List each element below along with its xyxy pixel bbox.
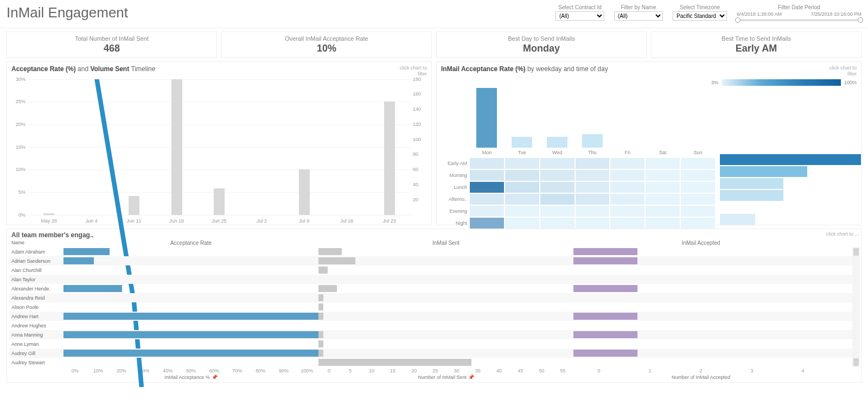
heatmap-cell[interactable] [646,206,680,217]
accepted-bar[interactable] [573,350,637,357]
time-bar[interactable] [720,178,783,189]
table-row[interactable]: Alexander Hende. [9,284,859,293]
sent-bar[interactable] [318,313,323,320]
accepted-bar[interactable] [573,248,637,255]
table-row[interactable]: Adrian Sanderson [9,256,859,265]
table-row[interactable]: Audrey Gill [9,349,859,358]
heatmap-cell[interactable] [646,218,680,229]
date-range-slider[interactable] [737,19,861,21]
heatmap-cell[interactable] [681,206,715,217]
day-bar[interactable] [512,137,532,148]
heatmap-cell[interactable] [610,218,644,229]
table-row[interactable]: Andrew Hughes [9,321,859,330]
accepted-bar[interactable] [573,285,637,292]
heatmap-cell[interactable] [470,182,504,193]
heatmap-cell[interactable] [470,170,504,181]
table-row[interactable]: Alan Taylor [9,275,859,284]
table-row[interactable]: Alan Churchill [9,265,859,275]
sent-bar[interactable] [318,285,337,292]
table-row[interactable]: Anna Manning [9,330,859,339]
heatmap-cell[interactable] [576,194,610,205]
time-bar[interactable] [720,166,807,177]
time-bar[interactable] [720,190,783,201]
day-bar[interactable] [582,134,603,147]
filter-name-select[interactable]: (All) [614,11,663,21]
heatmap-cell[interactable] [470,218,504,229]
heatmap-cell[interactable] [470,194,504,205]
heatmap-cell[interactable] [681,218,715,229]
acc-bar[interactable] [63,313,318,320]
sent-bar[interactable] [318,303,323,311]
day-label: Fri [625,150,631,155]
day-bar[interactable] [547,137,567,148]
heatmap-cell[interactable] [540,170,575,181]
acc-bar[interactable] [63,350,318,357]
heatmap-cell[interactable] [576,158,610,169]
heatmap-cell[interactable] [610,206,644,217]
heatmap-cell[interactable] [540,158,575,169]
table-row[interactable]: Anne Lyman [9,339,859,349]
acc-bar[interactable] [63,248,110,255]
sent-bar[interactable] [318,340,323,347]
heatmap-cell[interactable] [470,206,504,217]
accepted-bar[interactable] [573,331,637,338]
kpi-card: Overall InMail Acceptance Rate 10% [221,31,432,58]
heatmap-cell[interactable] [646,170,680,181]
heatmap-cell[interactable] [681,182,715,193]
table-row[interactable]: Adam Abraham [9,247,859,256]
heatmap-cell[interactable] [681,170,715,181]
heatmap-cell[interactable] [646,194,680,205]
heatmap-cell[interactable] [540,194,575,205]
heatmap-cell[interactable] [540,182,575,193]
scroll-down-icon[interactable] [853,358,859,366]
sent-bar[interactable] [318,331,323,338]
heatmap-panel[interactable]: InMail Acceptance Rate (%) by weekday an… [436,61,861,225]
heatmap-cell[interactable] [610,182,644,193]
heatmap-cell[interactable] [610,170,644,181]
scroll-up-icon[interactable] [853,248,859,256]
sent-bar[interactable] [318,248,342,255]
timeline-panel[interactable]: Acceptance Rate (%) and Volume Sent Time… [7,61,432,225]
acc-bar[interactable] [63,257,94,264]
team-head-accepted[interactable]: InMail Accepted [573,240,828,246]
table-row[interactable]: Alexandra Reid [9,293,859,302]
heatmap-cell[interactable] [576,182,610,193]
heatmap-cell[interactable] [505,194,539,205]
time-bar[interactable] [720,214,755,225]
heatmap-cell[interactable] [505,182,539,193]
table-row[interactable]: Alison Poole [9,302,859,312]
filter-contract-select[interactable]: (All) [556,11,604,21]
heatmap-legend-max: 100% [844,80,857,85]
heatmap-cell[interactable] [505,158,539,169]
sent-bar[interactable] [318,257,355,264]
heatmap-cell[interactable] [646,182,680,193]
heatmap-cell[interactable] [576,206,610,217]
heatmap-cell[interactable] [505,218,539,229]
heatmap-cell[interactable] [646,158,680,169]
sent-bar[interactable] [318,267,328,274]
table-row[interactable]: Audrey Stewart [9,358,859,367]
table-row[interactable]: Andrew Hart [9,312,859,321]
accepted-bar[interactable] [573,313,637,320]
heatmap-cell[interactable] [681,194,715,205]
time-bar[interactable] [720,154,861,165]
accepted-bar[interactable] [573,257,637,264]
sent-bar[interactable] [318,294,323,301]
filter-timezone-select[interactable]: Pacific Standard Ti... [673,11,727,21]
sent-bar[interactable] [318,350,323,357]
heatmap-cell[interactable] [610,158,644,169]
heatmap-cell[interactable] [540,218,575,229]
team-scrollbar[interactable] [852,247,860,367]
heatmap-cell[interactable] [505,170,539,181]
heatmap-cell[interactable] [681,158,715,169]
heatmap-cell[interactable] [610,194,644,205]
acc-bar[interactable] [63,331,318,338]
heatmap-cell[interactable] [576,170,610,181]
heatmap-cell[interactable] [470,158,504,169]
day-bar[interactable] [476,88,497,148]
sent-bar[interactable] [318,359,471,366]
heatmap-cell[interactable] [540,206,575,217]
heatmap-cell[interactable] [505,206,539,217]
acc-bar[interactable] [63,285,122,292]
heatmap-cell[interactable] [576,218,610,229]
